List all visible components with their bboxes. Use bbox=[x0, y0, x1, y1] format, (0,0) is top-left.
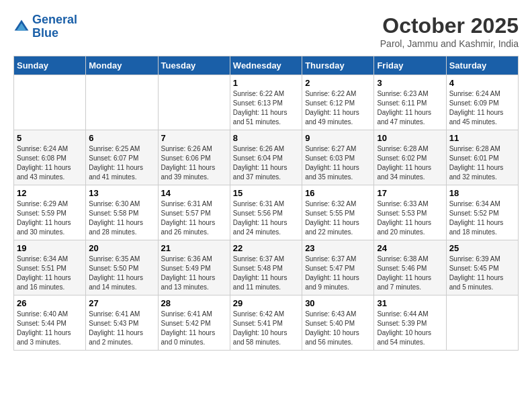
day-detail: Sunrise: 6:27 AMSunset: 6:03 PMDaylight:… bbox=[305, 144, 371, 182]
day-detail: Sunrise: 6:24 AMSunset: 6:08 PMDaylight:… bbox=[17, 144, 83, 182]
day-detail: Sunrise: 6:28 AMSunset: 6:02 PMDaylight:… bbox=[377, 144, 443, 182]
calendar-table: SundayMondayTuesdayWednesdayThursdayFrid… bbox=[13, 56, 519, 351]
day-number: 31 bbox=[377, 298, 443, 308]
day-number: 5 bbox=[17, 133, 83, 143]
calendar-cell: 4Sunrise: 6:24 AMSunset: 6:09 PMDaylight… bbox=[446, 75, 518, 130]
calendar-cell: 14Sunrise: 6:31 AMSunset: 5:57 PMDayligh… bbox=[158, 185, 230, 240]
calendar-week-row: 26Sunrise: 6:40 AMSunset: 5:44 PMDayligh… bbox=[14, 295, 519, 351]
day-detail: Sunrise: 6:35 AMSunset: 5:50 PMDaylight:… bbox=[89, 255, 154, 292]
calendar-week-row: 1Sunrise: 6:22 AMSunset: 6:13 PMDaylight… bbox=[14, 75, 519, 130]
calendar-cell: 23Sunrise: 6:37 AMSunset: 5:47 PMDayligh… bbox=[302, 240, 374, 295]
calendar-cell: 27Sunrise: 6:41 AMSunset: 5:43 PMDayligh… bbox=[86, 295, 158, 351]
calendar-week-row: 19Sunrise: 6:34 AMSunset: 5:51 PMDayligh… bbox=[14, 240, 519, 295]
day-detail: Sunrise: 6:41 AMSunset: 5:43 PMDaylight:… bbox=[89, 310, 154, 347]
day-detail: Sunrise: 6:38 AMSunset: 5:46 PMDaylight:… bbox=[377, 255, 443, 292]
calendar-cell: 5Sunrise: 6:24 AMSunset: 6:08 PMDaylight… bbox=[14, 130, 86, 185]
day-number: 14 bbox=[161, 188, 227, 198]
page-header: General Blue October 2025 Parol, Jammu a… bbox=[13, 13, 519, 49]
day-detail: Sunrise: 6:37 AMSunset: 5:48 PMDaylight:… bbox=[233, 255, 299, 292]
calendar-cell: 24Sunrise: 6:38 AMSunset: 5:46 PMDayligh… bbox=[374, 240, 446, 295]
calendar-cell: 11Sunrise: 6:28 AMSunset: 6:01 PMDayligh… bbox=[446, 130, 518, 185]
day-number: 24 bbox=[377, 243, 443, 253]
calendar-cell: 19Sunrise: 6:34 AMSunset: 5:51 PMDayligh… bbox=[14, 240, 86, 295]
calendar-cell: 28Sunrise: 6:41 AMSunset: 5:42 PMDayligh… bbox=[158, 295, 230, 351]
day-number: 15 bbox=[233, 188, 299, 198]
day-number: 30 bbox=[305, 298, 371, 308]
calendar-cell: 18Sunrise: 6:34 AMSunset: 5:52 PMDayligh… bbox=[446, 185, 518, 240]
day-detail: Sunrise: 6:36 AMSunset: 5:49 PMDaylight:… bbox=[161, 255, 227, 292]
day-detail: Sunrise: 6:40 AMSunset: 5:44 PMDaylight:… bbox=[17, 310, 83, 347]
day-number: 16 bbox=[305, 188, 371, 198]
day-detail: Sunrise: 6:34 AMSunset: 5:52 PMDaylight:… bbox=[449, 199, 515, 237]
calendar-cell: 20Sunrise: 6:35 AMSunset: 5:50 PMDayligh… bbox=[86, 240, 158, 295]
calendar-cell: 30Sunrise: 6:43 AMSunset: 5:40 PMDayligh… bbox=[302, 295, 374, 351]
day-number: 4 bbox=[449, 78, 515, 88]
weekday-header: Thursday bbox=[302, 56, 374, 75]
title-block: October 2025 Parol, Jammu and Kashmir, I… bbox=[380, 13, 519, 49]
day-detail: Sunrise: 6:34 AMSunset: 5:51 PMDaylight:… bbox=[17, 255, 83, 292]
calendar-cell bbox=[14, 75, 86, 130]
calendar-cell: 6Sunrise: 6:25 AMSunset: 6:07 PMDaylight… bbox=[86, 130, 158, 185]
day-number: 29 bbox=[233, 298, 299, 308]
calendar-cell: 17Sunrise: 6:33 AMSunset: 5:53 PMDayligh… bbox=[374, 185, 446, 240]
weekday-header: Tuesday bbox=[158, 56, 230, 75]
calendar-cell: 13Sunrise: 6:30 AMSunset: 5:58 PMDayligh… bbox=[86, 185, 158, 240]
day-detail: Sunrise: 6:26 AMSunset: 6:04 PMDaylight:… bbox=[233, 144, 299, 182]
calendar-cell: 31Sunrise: 6:44 AMSunset: 5:39 PMDayligh… bbox=[374, 295, 446, 351]
calendar-cell: 9Sunrise: 6:27 AMSunset: 6:03 PMDaylight… bbox=[302, 130, 374, 185]
calendar-cell bbox=[86, 75, 158, 130]
logo-general: General bbox=[32, 13, 77, 26]
day-detail: Sunrise: 6:39 AMSunset: 5:45 PMDaylight:… bbox=[449, 255, 515, 292]
day-detail: Sunrise: 6:31 AMSunset: 5:56 PMDaylight:… bbox=[233, 199, 299, 237]
day-number: 21 bbox=[161, 243, 227, 253]
day-detail: Sunrise: 6:26 AMSunset: 6:06 PMDaylight:… bbox=[161, 144, 227, 182]
day-detail: Sunrise: 6:43 AMSunset: 5:40 PMDaylight:… bbox=[305, 310, 371, 347]
day-detail: Sunrise: 6:32 AMSunset: 5:55 PMDaylight:… bbox=[305, 199, 371, 237]
calendar-cell: 1Sunrise: 6:22 AMSunset: 6:13 PMDaylight… bbox=[230, 75, 302, 130]
logo-icon bbox=[13, 19, 30, 35]
logo: General Blue bbox=[13, 13, 77, 40]
day-number: 26 bbox=[17, 298, 83, 308]
calendar-cell: 16Sunrise: 6:32 AMSunset: 5:55 PMDayligh… bbox=[302, 185, 374, 240]
calendar-cell: 12Sunrise: 6:29 AMSunset: 5:59 PMDayligh… bbox=[14, 185, 86, 240]
day-number: 7 bbox=[161, 133, 227, 143]
calendar-cell: 25Sunrise: 6:39 AMSunset: 5:45 PMDayligh… bbox=[446, 240, 518, 295]
calendar-cell: 2Sunrise: 6:22 AMSunset: 6:12 PMDaylight… bbox=[302, 75, 374, 130]
day-detail: Sunrise: 6:24 AMSunset: 6:09 PMDaylight:… bbox=[449, 89, 515, 127]
calendar-cell: 8Sunrise: 6:26 AMSunset: 6:04 PMDaylight… bbox=[230, 130, 302, 185]
day-number: 3 bbox=[377, 78, 443, 88]
day-number: 13 bbox=[89, 188, 154, 198]
day-detail: Sunrise: 6:41 AMSunset: 5:42 PMDaylight:… bbox=[161, 310, 227, 347]
day-detail: Sunrise: 6:31 AMSunset: 5:57 PMDaylight:… bbox=[161, 199, 227, 237]
day-number: 2 bbox=[305, 78, 371, 88]
day-number: 11 bbox=[449, 133, 515, 143]
calendar-cell: 3Sunrise: 6:23 AMSunset: 6:11 PMDaylight… bbox=[374, 75, 446, 130]
weekday-header: Sunday bbox=[14, 56, 86, 75]
calendar-week-row: 5Sunrise: 6:24 AMSunset: 6:08 PMDaylight… bbox=[14, 130, 519, 185]
day-number: 12 bbox=[17, 188, 83, 198]
location-subtitle: Parol, Jammu and Kashmir, India bbox=[380, 38, 519, 49]
calendar-cell: 21Sunrise: 6:36 AMSunset: 5:49 PMDayligh… bbox=[158, 240, 230, 295]
logo-text: General Blue bbox=[32, 13, 77, 40]
calendar-cell: 15Sunrise: 6:31 AMSunset: 5:56 PMDayligh… bbox=[230, 185, 302, 240]
day-number: 9 bbox=[305, 133, 371, 143]
day-detail: Sunrise: 6:30 AMSunset: 5:58 PMDaylight:… bbox=[89, 199, 154, 237]
day-detail: Sunrise: 6:28 AMSunset: 6:01 PMDaylight:… bbox=[449, 144, 515, 182]
day-number: 27 bbox=[89, 298, 154, 308]
day-number: 20 bbox=[89, 243, 154, 253]
day-number: 17 bbox=[377, 188, 443, 198]
calendar-cell: 26Sunrise: 6:40 AMSunset: 5:44 PMDayligh… bbox=[14, 295, 86, 351]
day-number: 10 bbox=[377, 133, 443, 143]
day-detail: Sunrise: 6:37 AMSunset: 5:47 PMDaylight:… bbox=[305, 255, 371, 292]
calendar-cell: 7Sunrise: 6:26 AMSunset: 6:06 PMDaylight… bbox=[158, 130, 230, 185]
day-detail: Sunrise: 6:44 AMSunset: 5:39 PMDaylight:… bbox=[377, 310, 443, 347]
day-number: 19 bbox=[17, 243, 83, 253]
day-detail: Sunrise: 6:22 AMSunset: 6:12 PMDaylight:… bbox=[305, 89, 371, 127]
day-detail: Sunrise: 6:22 AMSunset: 6:13 PMDaylight:… bbox=[233, 89, 299, 127]
day-number: 8 bbox=[233, 133, 299, 143]
day-number: 28 bbox=[161, 298, 227, 308]
day-number: 25 bbox=[449, 243, 515, 253]
month-title: October 2025 bbox=[380, 13, 519, 38]
weekday-header: Saturday bbox=[446, 56, 518, 75]
day-number: 18 bbox=[449, 188, 515, 198]
